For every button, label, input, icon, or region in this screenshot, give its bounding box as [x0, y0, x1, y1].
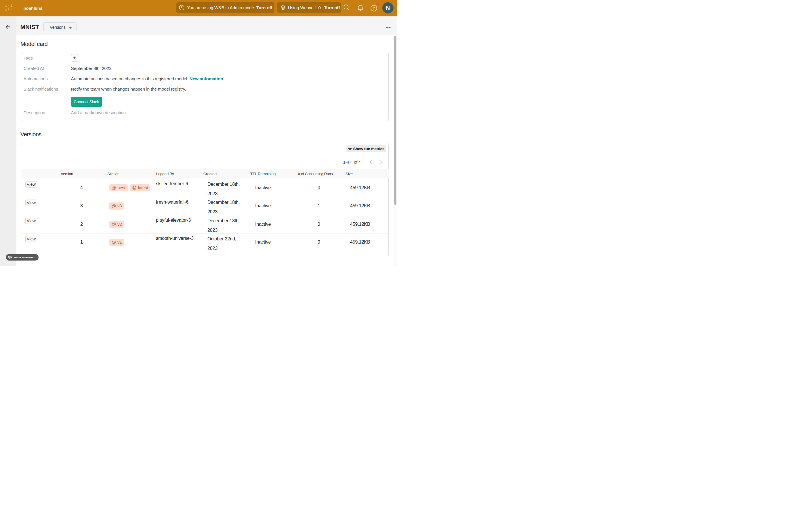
svg-text:?: ? — [373, 6, 375, 11]
